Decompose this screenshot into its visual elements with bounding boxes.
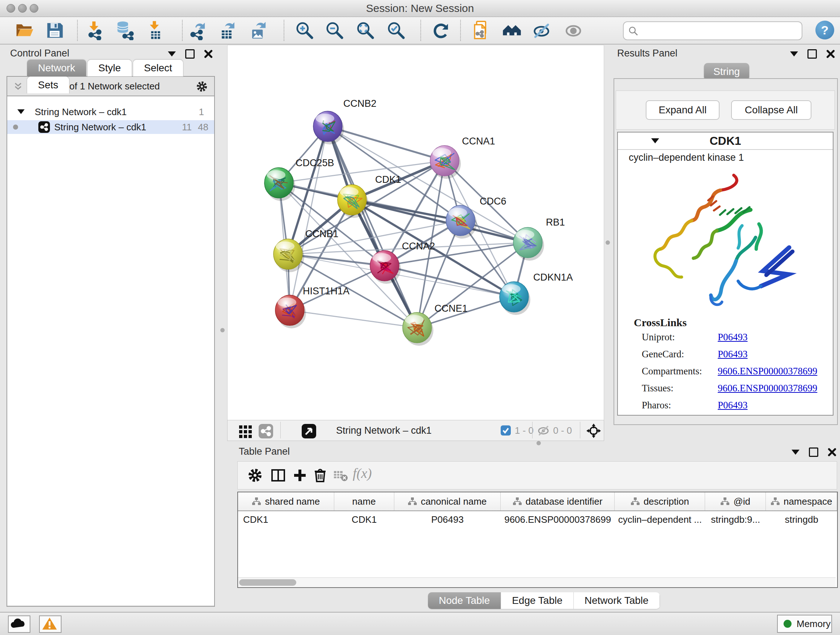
left-splitter-handle[interactable] — [220, 328, 225, 333]
panel-menu-icon[interactable] — [168, 51, 176, 57]
tab-edge-table[interactable]: Edge Table — [501, 592, 574, 609]
column-header-description[interactable]: description — [615, 492, 705, 510]
scrollbar-thumb[interactable] — [239, 579, 296, 586]
table-cell[interactable]: P06493 — [394, 511, 501, 528]
cloud-button[interactable] — [8, 616, 30, 633]
table-cell[interactable]: CDK1 — [238, 511, 334, 528]
string-document-icon[interactable] — [471, 21, 491, 40]
zoom-fit-icon[interactable] — [355, 21, 375, 40]
panel-menu-icon[interactable] — [791, 450, 799, 455]
column-header-namespace[interactable]: namespace — [766, 492, 837, 510]
network-row-selected[interactable]: String Network – cdk1 11 48 — [7, 120, 214, 134]
zoom-out-icon[interactable] — [325, 21, 344, 40]
table-cell[interactable]: cyclin–dependent ... — [615, 511, 705, 528]
tab-network-table[interactable]: Network Table — [574, 592, 660, 609]
zoom-selected-icon[interactable] — [386, 21, 406, 40]
refresh-icon[interactable] — [431, 21, 450, 40]
panel-close-icon[interactable] — [204, 50, 213, 58]
home-icon[interactable] — [502, 21, 522, 40]
panel-float-icon[interactable] — [185, 49, 195, 59]
panel-close-icon[interactable] — [828, 448, 836, 456]
tab-node-table[interactable]: Node Table — [428, 592, 501, 609]
tab-network[interactable]: Network — [27, 59, 87, 76]
export-image-icon[interactable] — [249, 21, 268, 40]
selected-checkbox-icon[interactable] — [500, 425, 511, 436]
add-column-icon[interactable] — [292, 467, 308, 483]
right-splitter-handle[interactable] — [606, 241, 610, 245]
table-cell[interactable]: 9606.ENSP00000378699 — [501, 511, 615, 528]
horizontal-splitter-handle[interactable] — [537, 441, 541, 445]
network-node-HIST1H1A[interactable] — [275, 295, 306, 328]
share-view-icon[interactable] — [258, 423, 274, 439]
hide-selected-eye-icon[interactable] — [532, 21, 552, 40]
column-header--id[interactable]: @id — [705, 492, 766, 510]
crosslink-link[interactable]: 9606.ENSP00000378699 — [718, 380, 817, 397]
export-table-icon[interactable] — [218, 21, 238, 40]
crosslink-link[interactable]: P06493 — [718, 329, 748, 346]
network-collection-row[interactable]: String Network – cdk1 1 — [7, 105, 214, 119]
save-session-icon[interactable] — [45, 21, 65, 40]
network-edge-CCNB2-HIST1H1A[interactable] — [290, 126, 328, 310]
open-session-icon[interactable] — [14, 21, 34, 40]
delete-table-icon[interactable] — [332, 467, 348, 483]
crosslink-link[interactable]: P06493 — [718, 397, 748, 414]
warnings-button[interactable] — [39, 616, 62, 633]
birdseye-toggle-icon[interactable] — [301, 423, 317, 439]
collapse-section-icon[interactable] — [651, 138, 659, 143]
search-input[interactable] — [643, 23, 796, 38]
table-row[interactable]: CDK1CDK1P064939606.ENSP00000378699cyclin… — [238, 511, 837, 528]
network-node-CCNE1[interactable] — [403, 312, 433, 346]
grid-view-icon[interactable] — [238, 423, 254, 439]
column-header-shared-name[interactable]: shared name — [238, 492, 334, 510]
help-icon[interactable]: ? — [815, 21, 834, 40]
network-node-CDKN1A[interactable] — [500, 282, 531, 315]
network-edge-CCNB2-CCNE1[interactable] — [328, 126, 417, 328]
show-all-eye-icon[interactable] — [564, 21, 583, 40]
collapse-all-button[interactable]: Collapse All — [731, 100, 812, 120]
import-table-file-icon[interactable] — [145, 21, 165, 40]
crosslink-link[interactable]: 9606.ENSP00000378699 — [718, 363, 817, 380]
table-horizontal-scrollbar[interactable] — [238, 578, 836, 587]
column-header-name[interactable]: name — [334, 492, 394, 510]
tab-select[interactable]: Select — [133, 59, 183, 76]
hidden-eye-icon[interactable] — [537, 425, 550, 436]
tab-sets[interactable]: Sets — [27, 76, 69, 93]
table-cell[interactable]: stringdb:9... — [705, 511, 766, 528]
panel-float-icon[interactable] — [809, 448, 818, 457]
network-node-CDC25B[interactable] — [264, 168, 295, 201]
network-edge-CCNB2-RB1[interactable] — [328, 126, 528, 242]
table-cell[interactable]: stringdb — [766, 511, 837, 528]
panel-float-icon[interactable] — [807, 49, 817, 59]
panel-menu-icon[interactable] — [790, 51, 798, 57]
function-builder-icon[interactable]: f(x) — [353, 465, 372, 481]
column-header-database-identifier[interactable]: database identifier — [501, 492, 615, 510]
network-edge-HIST1H1A-CCNE1[interactable] — [290, 310, 417, 328]
table-settings-gear-icon[interactable] — [247, 467, 263, 483]
import-network-database-icon[interactable] — [115, 21, 134, 40]
split-columns-icon[interactable] — [270, 467, 286, 483]
network-share-icon — [38, 121, 50, 133]
network-node-CDK1[interactable] — [338, 185, 368, 218]
zoom-in-icon[interactable] — [295, 21, 314, 40]
panel-close-icon[interactable] — [826, 50, 835, 58]
network-node-CCNB2[interactable] — [313, 111, 344, 144]
tab-string[interactable]: String — [704, 63, 749, 80]
network-edge-CCNB2-CCNA1[interactable] — [328, 126, 445, 161]
network-node-RB1[interactable] — [513, 227, 544, 261]
memory-button[interactable]: Memory — [777, 615, 832, 633]
delete-column-trash-icon[interactable] — [312, 467, 328, 483]
control-panel-title: Control Panel — [10, 48, 69, 59]
table-cell[interactable]: CDK1 — [334, 511, 394, 528]
export-network-icon[interactable] — [188, 21, 208, 40]
tab-style[interactable]: Style — [87, 59, 132, 76]
network-node-CCNA1[interactable] — [430, 146, 461, 179]
import-network-file-icon[interactable] — [85, 21, 105, 40]
protein-card-header[interactable]: CDK1 — [618, 133, 833, 150]
pan-crosshair-icon[interactable] — [586, 423, 602, 439]
expand-all-button[interactable]: Expand All — [646, 100, 720, 120]
network-canvas[interactable]: CCNB2CCNA1CDC25BCDK1CDC6RB1CCNB1CCNA2CDK… — [227, 45, 604, 421]
column-header-canonical-name[interactable]: canonical name — [394, 492, 501, 510]
network-node-CCNA2[interactable] — [370, 250, 401, 284]
tree-expand-icon[interactable] — [17, 109, 25, 114]
crosslink-link[interactable]: P06493 — [718, 346, 748, 363]
